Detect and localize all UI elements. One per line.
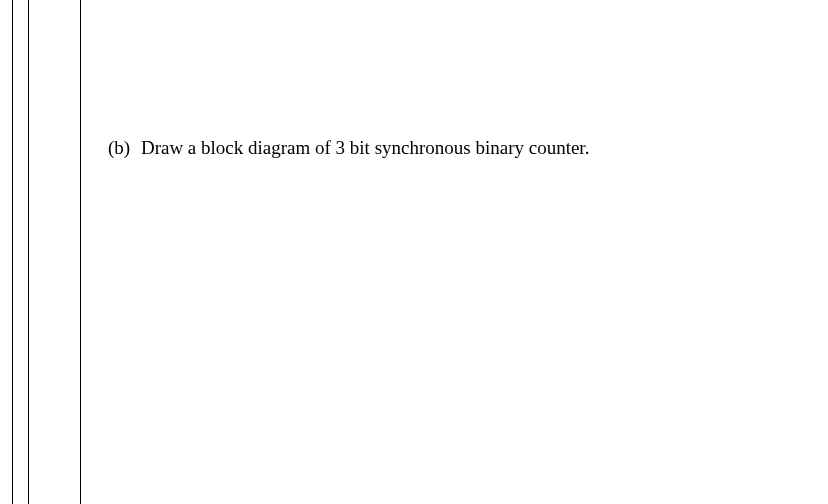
question-body: Draw a block diagram of 3 bit synchronou…: [141, 137, 590, 158]
page-inner-border: [28, 0, 29, 504]
page-outer-border: [12, 0, 13, 504]
question-line: (b) Draw a block diagram of 3 bit synchr…: [108, 135, 798, 162]
column-divider: [80, 0, 81, 504]
question-content: (b) Draw a block diagram of 3 bit synchr…: [108, 135, 798, 162]
question-label: (b): [108, 137, 130, 158]
